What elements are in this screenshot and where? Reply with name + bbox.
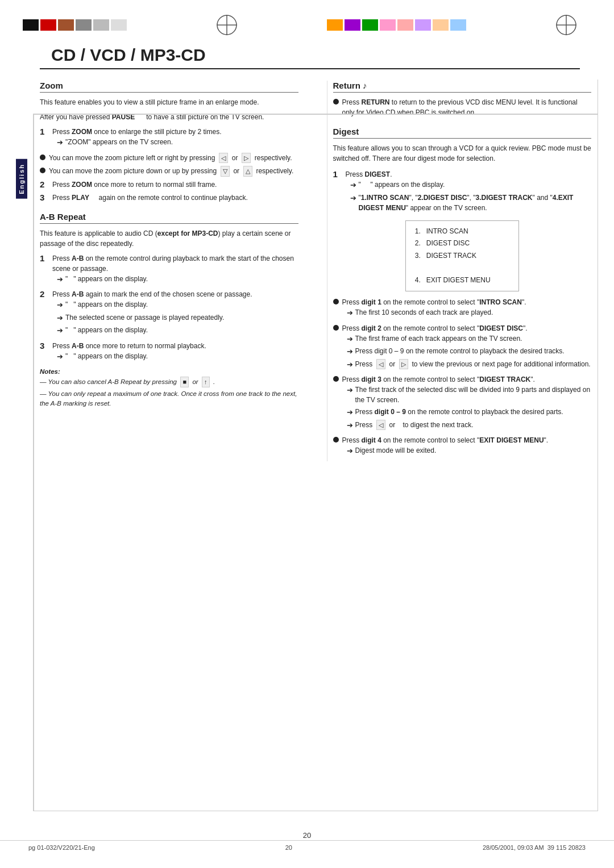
digest-section: Digest This feature allows you to scan t… bbox=[333, 127, 592, 458]
swatch-lightgray bbox=[93, 19, 109, 31]
footer: pg 01-032/V220/21-Eng 20 28/05/2001, 09:… bbox=[0, 840, 614, 851]
zoom-bullet2: You can move the zoom picture down or up… bbox=[40, 166, 298, 177]
digest-title: Digest bbox=[333, 127, 592, 139]
footer-left: pg 01-032/V220/21-Eng bbox=[28, 844, 95, 851]
digest-bullet1: Press digit 1 on the remote control to s… bbox=[333, 297, 592, 320]
ab-step3: 3 Press A-B once more to return to norma… bbox=[40, 341, 298, 364]
digest-bullet3: Press digit 3 on the remote control to s… bbox=[333, 374, 592, 432]
digest-bullet2: Press digit 2 on the remote control to s… bbox=[333, 323, 592, 372]
swatch-pink bbox=[380, 19, 396, 31]
top-border bbox=[33, 114, 598, 115]
crosshair-right bbox=[555, 14, 578, 36]
ab-notes: Notes: — You can also cancel A-B Repeat … bbox=[40, 368, 298, 408]
ab-step2: 2 Press A-B again to mark the end of the… bbox=[40, 289, 298, 338]
zoom-section: Zoom This feature enables you to view a … bbox=[40, 81, 298, 203]
bottom-border bbox=[33, 811, 598, 812]
zoom-step3: 3 Press PLAY again on the remote control… bbox=[40, 193, 298, 203]
swatch-red bbox=[40, 19, 56, 31]
swatch-whitegray bbox=[111, 19, 127, 31]
zoom-step1: 1 Press ZOOM once to enlarge the still p… bbox=[40, 127, 298, 150]
ab-repeat-intro: This feature is applicable to audio CD (… bbox=[40, 228, 298, 249]
page-title: CD / VCD / MP3-CD bbox=[40, 45, 580, 65]
zoom-title: Zoom bbox=[40, 81, 298, 93]
return-title: Return ♪ bbox=[333, 81, 592, 93]
swatch-brown bbox=[58, 19, 74, 31]
ab-step1: 1 Press A-B on the remote control during… bbox=[40, 253, 298, 287]
return-section: Return ♪ Press RETURN to return to the p… bbox=[333, 81, 592, 118]
ab-repeat-title: A-B Repeat bbox=[40, 212, 298, 224]
swatch-lightred bbox=[397, 19, 413, 31]
footer-right: 28/05/2001, 09:03 AM 39 115 20823 bbox=[483, 844, 586, 851]
return-body: Press RETURN to return to the previous V… bbox=[333, 97, 592, 118]
zoom-intro: This feature enables you to view a still… bbox=[40, 97, 298, 107]
left-color-swatches bbox=[23, 19, 127, 31]
digest-menu-box: 1. INTRO SCAN 2. DIGEST DISC 3. DIGEST T… bbox=[405, 220, 519, 292]
digest-intro: This feature allows you to scan through … bbox=[333, 143, 592, 164]
zoom-step1-arrow: ➔ "ZOOM" appears on the TV screen. bbox=[57, 137, 298, 148]
zoom-bullet1: You can move the zoom picture left or ri… bbox=[40, 153, 298, 164]
footer-center: 20 bbox=[285, 844, 292, 851]
left-column: Zoom This feature enables you to view a … bbox=[40, 81, 310, 461]
ab-repeat-section: A-B Repeat This feature is applicable to… bbox=[40, 212, 298, 409]
crosshair-left bbox=[215, 14, 238, 36]
zoom-step2: 2 Press ZOOM once more to return to norm… bbox=[40, 180, 298, 190]
swatch-gray bbox=[76, 19, 92, 31]
right-column: Return ♪ Press RETURN to return to the p… bbox=[327, 81, 592, 461]
right-border bbox=[598, 80, 599, 811]
swatch-peach bbox=[433, 19, 449, 31]
swatch-purple bbox=[345, 19, 360, 31]
right-color-swatches bbox=[327, 19, 466, 31]
swatch-orange bbox=[327, 19, 343, 31]
page-number: 20 bbox=[303, 831, 311, 840]
digest-step1: 1 Press DIGEST. ➔ " " appears on the dis… bbox=[333, 169, 592, 215]
swatch-green bbox=[362, 19, 378, 31]
digest-bullet4: Press digit 4 on the remote control to s… bbox=[333, 435, 592, 458]
sidebar-language-label: English bbox=[16, 159, 27, 199]
top-color-bar bbox=[0, 0, 614, 36]
left-border bbox=[33, 114, 34, 811]
swatch-black bbox=[23, 19, 39, 31]
swatch-lightblue bbox=[450, 19, 466, 31]
swatch-lavender bbox=[415, 19, 431, 31]
